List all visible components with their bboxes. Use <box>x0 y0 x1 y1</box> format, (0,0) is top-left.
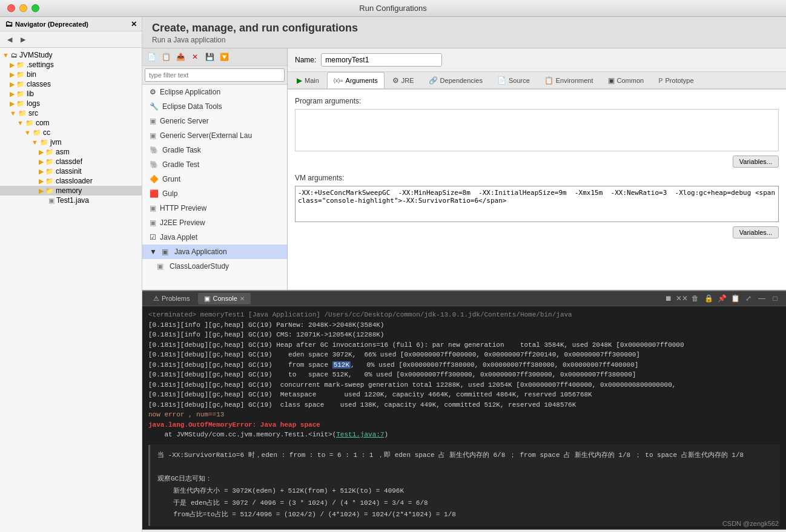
filter-input[interactable] <box>145 68 285 82</box>
console-line: [0.181s][debug][gc,heap] GC(19) concurre… <box>148 380 780 390</box>
tree-item[interactable]: ▶ 📁 logs <box>0 99 142 108</box>
tree-item[interactable]: ▶ 📁 lib <box>0 89 142 99</box>
pin-button[interactable]: 📌 <box>716 292 728 304</box>
close-button[interactable] <box>7 4 15 12</box>
config-item[interactable]: 🔶Grunt <box>142 172 287 186</box>
tree-item-memory[interactable]: ▶ 📁 memory <box>0 186 142 195</box>
navigator-title: Navigator (Deprecated) <box>15 21 88 28</box>
filter-button[interactable]: 🔽 <box>217 50 231 64</box>
scroll-lock-button[interactable]: 🔒 <box>702 292 715 304</box>
config-item-classloader[interactable]: ▣ClassLoaderStudy <box>142 259 287 274</box>
annotation-line-5: from占比=to占比 = 512/4096 = (1024/2) / (4*1… <box>157 509 773 521</box>
console-line: [0.181s][debug][gc,heap] GC(19) from spa… <box>148 360 780 370</box>
new-config2-button[interactable]: 📋 <box>159 50 173 64</box>
console-line: [0.181s][info ][gc,heap] GC(19) CMS: 120… <box>148 330 780 340</box>
terminate-button[interactable]: ✕✕ <box>676 292 688 304</box>
name-row: Name: <box>288 48 786 72</box>
annotation-line-4: 于是 eden占比 = 3072 / 4096 = (3 * 1024) / (… <box>157 498 773 510</box>
close-navigator-icon[interactable]: ✕ <box>131 20 137 28</box>
run-config-header: Create, manage, and run configurations R… <box>142 17 786 48</box>
console-toolbar: ⚠ Problems ▣ Console ✕ ⏹ ✕✕ 🗑 🔒 📌 📋 ⤢ — <box>142 291 786 306</box>
console-line: [0.181s][debug][gc,heap] GC(19) class sp… <box>148 400 780 410</box>
minimize-panel-button[interactable]: — <box>756 292 768 304</box>
program-arguments-input[interactable] <box>295 109 779 151</box>
tab-source[interactable]: 📄 Source <box>490 72 537 88</box>
tree-item[interactable]: ▶ 📁 classes <box>0 79 142 89</box>
navigator-header: 🗂 Navigator (Deprecated) ✕ <box>0 17 142 31</box>
config-item[interactable]: ▣Generic Server <box>142 114 287 128</box>
delete-config-button[interactable]: ✕ <box>188 50 202 64</box>
tree-item[interactable]: ▶ 📁 .settings <box>0 60 142 70</box>
tab-jre[interactable]: ⚙ JRE <box>386 72 421 88</box>
tree-item[interactable]: ▶ 📁 classinit <box>0 166 142 176</box>
export-button[interactable]: 📤 <box>174 50 187 64</box>
clear-button[interactable]: 🗑 <box>689 292 701 304</box>
new-config-button[interactable]: 📄 <box>145 50 158 64</box>
csdn-credit: CSDN @zengk562 <box>722 520 779 527</box>
annotation-line-2: 观察GC日志可知： <box>157 473 773 485</box>
navigator-tree: ▼ 🗂 JVMStudy ▶ 📁 .settings ▶ 📁 bin ▶ 📁 c… <box>0 48 142 532</box>
tab-arguments[interactable]: (x)= Arguments <box>327 72 385 88</box>
console-error-line: java.lang.OutOfMemoryError: Java heap sp… <box>148 420 780 430</box>
tab-main[interactable]: ▶ Main <box>290 72 326 88</box>
vm-arguments-label: VM arguments: <box>295 174 779 182</box>
tab-common[interactable]: ▣ Common <box>601 72 651 88</box>
config-item[interactable]: ▣HTTP Preview <box>142 201 287 215</box>
annotation-line-3: 新生代内存大小 = 3072K(eden) + 512K(from) + 512… <box>157 485 773 498</box>
save-button[interactable]: 💾 <box>203 50 216 64</box>
config-item[interactable]: 🔧Eclipse Data Tools <box>142 99 287 114</box>
console-actions: ⏹ ✕✕ 🗑 🔒 📌 📋 ⤢ — □ <box>662 292 781 304</box>
annotation-line-1: 当 -XX:SurvivorRatio=6 时，eden : from : to… <box>157 450 773 462</box>
vm-arguments-section: VM arguments: -XX:+UseConcMarkSweepGC -X… <box>295 174 779 238</box>
console-line: [0.181s][info ][gc,heap] GC(19) ParNew: … <box>148 320 780 330</box>
forward-button[interactable]: ▶ <box>17 33 29 45</box>
config-item[interactable]: ▣J2EE Preview <box>142 215 287 230</box>
expand-button[interactable]: ⤢ <box>742 292 755 304</box>
tree-item[interactable]: ▶ 📁 classdef <box>0 157 142 166</box>
tree-item[interactable]: ▼ 📁 jvm <box>0 137 142 147</box>
console-line: [0.181s][debug][gc,heap] GC(19) Metaspac… <box>148 390 780 400</box>
annotation-block: 当 -XX:SurvivorRatio=6 时，eden : from : to… <box>148 445 780 527</box>
tree-item[interactable]: ▶ 📁 bin <box>0 70 142 79</box>
tree-item[interactable]: ▼ 📁 cc <box>0 128 142 137</box>
config-name-input[interactable] <box>321 53 442 67</box>
vm-variables-button[interactable]: Variables... <box>733 226 779 238</box>
tab-problems[interactable]: ⚠ Problems <box>147 293 196 304</box>
program-arguments-section: Program arguments: Variables... <box>295 97 779 168</box>
copy-button[interactable]: 📋 <box>729 292 741 304</box>
config-item[interactable]: 🐘Gradle Task <box>142 143 287 157</box>
stacktrace-link[interactable]: Test1.java:7 <box>336 431 384 438</box>
tree-item[interactable]: ▶ 📁 classloader <box>0 176 142 186</box>
tree-item[interactable]: ▶ 📁 asm <box>0 147 142 157</box>
tab-arguments-content: Program arguments: Variables... VM argum… <box>288 90 786 290</box>
stop-button[interactable]: ⏹ <box>662 292 675 304</box>
program-variables-button[interactable]: Variables... <box>733 156 779 168</box>
name-label: Name: <box>295 56 316 64</box>
config-item[interactable]: 🐘Gradle Test <box>142 157 287 172</box>
tree-item[interactable]: ▼ 📁 src <box>0 108 142 118</box>
config-item[interactable]: ▣Generic Server(External Lau <box>142 128 287 143</box>
tab-prototype[interactable]: P Prototype <box>652 72 700 88</box>
tree-item[interactable]: ▼ 🗂 JVMStudy <box>0 50 142 60</box>
tab-environment[interactable]: 📋 Environment <box>538 72 600 88</box>
minimize-button[interactable] <box>19 4 27 12</box>
run-config-subtitle: Run a Java application <box>152 36 776 44</box>
config-item[interactable]: 🟥Gulp <box>142 186 287 201</box>
config-item[interactable]: ☑Java Applet <box>142 230 287 245</box>
maximize-button[interactable] <box>31 4 39 12</box>
terminated-line: <terminated> memoryTest1 [Java Applicati… <box>148 310 780 320</box>
tab-dependencies[interactable]: 🔗 Dependencies <box>422 72 489 88</box>
tree-item[interactable]: ▣ Test1.java <box>0 195 142 205</box>
tab-console[interactable]: ▣ Console ✕ <box>198 293 250 304</box>
maximize-panel-button[interactable]: □ <box>769 292 781 304</box>
run-config-title: Create, manage, and run configurations <box>152 22 776 34</box>
config-item[interactable]: ⚙Eclipse Application <box>142 85 287 99</box>
config-item-java-application[interactable]: ▼ ▣Java Application <box>142 245 287 259</box>
window-controls[interactable] <box>7 4 39 12</box>
window-title: Run Configurations <box>359 4 426 13</box>
vm-arguments-input[interactable]: -XX:+UseConcMarkSweepGC -XX:MinHeapSize=… <box>295 186 779 222</box>
tab-bar: ▶ Main (x)= Arguments ⚙ JRE 🔗 <box>288 72 786 90</box>
back-button[interactable]: ◀ <box>4 33 16 45</box>
navigator-panel: 🗂 Navigator (Deprecated) ✕ ◀ ▶ ▼ 🗂 JVMSt… <box>0 17 142 532</box>
tree-item[interactable]: ▼ 📁 com <box>0 118 142 128</box>
